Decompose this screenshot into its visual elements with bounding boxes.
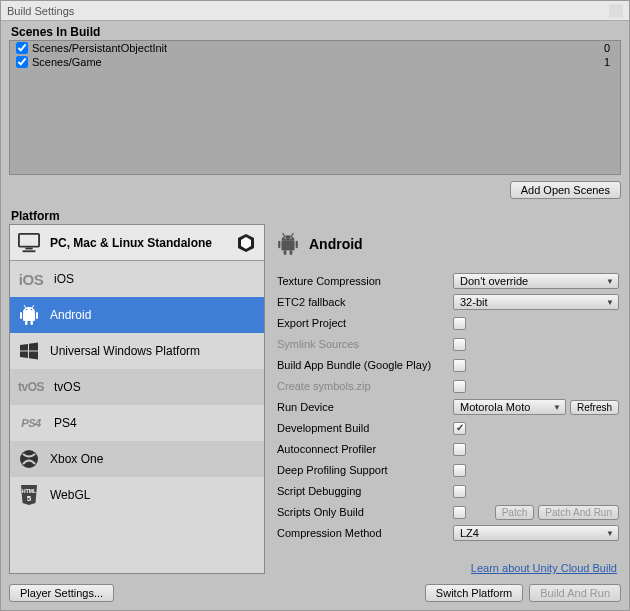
patch-and-run-button: Patch And Run <box>538 505 619 520</box>
platform-item-tvos[interactable]: tvOS tvOS <box>10 369 264 405</box>
scene-path: Scenes/PersistantObjectInit <box>32 42 604 54</box>
android-icon <box>277 232 299 256</box>
svg-line-28 <box>291 233 293 236</box>
platform-item-label: tvOS <box>54 380 256 394</box>
texture-compression-dropdown[interactable]: Don't override▼ <box>453 273 619 289</box>
symlink-sources-checkbox <box>453 338 466 351</box>
chevron-down-icon: ▼ <box>606 277 614 286</box>
titlebar: Build Settings <box>1 1 629 21</box>
create-symbols-label: Create symbols.zip <box>277 380 453 392</box>
svg-rect-9 <box>31 321 34 325</box>
scene-path: Scenes/Game <box>32 56 604 68</box>
build-app-bundle-label: Build App Bundle (Google Play) <box>277 359 453 371</box>
svg-line-11 <box>32 305 34 308</box>
run-device-dropdown[interactable]: Motorola Moto▼ <box>453 399 566 415</box>
scene-index: 0 <box>604 42 616 54</box>
export-project-checkbox[interactable] <box>453 317 466 330</box>
switch-platform-button[interactable]: Switch Platform <box>425 584 523 602</box>
svg-line-27 <box>283 233 285 236</box>
svg-rect-23 <box>278 241 280 249</box>
scene-checkbox[interactable] <box>16 56 28 68</box>
chevron-down-icon: ▼ <box>606 529 614 538</box>
player-settings-button[interactable]: Player Settings... <box>9 584 114 602</box>
svg-marker-16 <box>20 352 28 359</box>
chevron-down-icon: ▼ <box>606 298 614 307</box>
scripts-only-build-checkbox[interactable] <box>453 506 466 519</box>
platform-label: Platform <box>1 205 629 224</box>
platform-item-xboxone[interactable]: Xbox One <box>10 441 264 477</box>
window-title: Build Settings <box>7 5 74 17</box>
learn-cloud-build-link[interactable]: Learn about Unity Cloud Build <box>277 560 619 574</box>
ps4-icon: PS4 <box>18 417 44 429</box>
svg-rect-7 <box>36 312 38 319</box>
svg-text:5: 5 <box>27 494 32 503</box>
development-build-checkbox[interactable] <box>453 422 466 435</box>
texture-compression-label: Texture Compression <box>277 275 453 287</box>
etc2-fallback-label: ETC2 fallback <box>277 296 453 308</box>
svg-marker-15 <box>29 343 38 351</box>
platform-item-label: Android <box>50 308 256 322</box>
svg-rect-0 <box>19 233 39 246</box>
svg-rect-5 <box>23 312 35 321</box>
etc2-fallback-dropdown[interactable]: 32-bit▼ <box>453 294 619 310</box>
scene-checkbox[interactable] <box>16 42 28 54</box>
scene-index: 1 <box>604 56 616 68</box>
scene-row[interactable]: Scenes/Game 1 <box>10 55 620 69</box>
autoconnect-profiler-checkbox[interactable] <box>453 443 466 456</box>
build-settings-window: Build Settings Scenes In Build Scenes/Pe… <box>0 0 630 611</box>
svg-point-13 <box>31 309 33 311</box>
svg-point-18 <box>20 450 38 468</box>
platform-item-label: PC, Mac & Linux Standalone <box>50 236 226 250</box>
chevron-down-icon: ▼ <box>553 403 561 412</box>
svg-line-10 <box>24 305 26 308</box>
svg-marker-17 <box>29 352 38 360</box>
svg-marker-14 <box>20 344 28 351</box>
symlink-sources-label: Symlink Sources <box>277 338 453 350</box>
platform-list: PC, Mac & Linux Standalone iOS iOS Andro… <box>9 224 265 574</box>
html5-icon: HTML5 <box>18 484 40 506</box>
xbox-icon <box>18 448 40 470</box>
tvos-icon: tvOS <box>18 380 44 394</box>
svg-rect-25 <box>284 251 287 255</box>
refresh-button[interactable]: Refresh <box>570 400 619 415</box>
platform-item-label: iOS <box>54 272 256 286</box>
platform-item-standalone[interactable]: PC, Mac & Linux Standalone <box>10 225 264 261</box>
platform-item-uwp[interactable]: Universal Windows Platform <box>10 333 264 369</box>
platform-item-label: WebGL <box>50 488 256 502</box>
scripts-only-build-label: Scripts Only Build <box>277 506 453 518</box>
svg-rect-1 <box>25 247 32 249</box>
svg-rect-24 <box>296 241 298 249</box>
development-build-label: Development Build <box>277 422 453 434</box>
monitor-icon <box>18 232 40 254</box>
svg-rect-8 <box>25 321 28 325</box>
details-header: Android <box>309 236 363 252</box>
script-debugging-label: Script Debugging <box>277 485 453 497</box>
run-device-label: Run Device <box>277 401 453 413</box>
svg-rect-6 <box>20 312 22 319</box>
footer: Player Settings... Switch Platform Build… <box>1 578 629 610</box>
ios-icon: iOS <box>18 271 44 288</box>
build-app-bundle-checkbox[interactable] <box>453 359 466 372</box>
script-debugging-checkbox[interactable] <box>453 485 466 498</box>
deep-profiling-checkbox[interactable] <box>453 464 466 477</box>
export-project-label: Export Project <box>277 317 453 329</box>
scene-row[interactable]: Scenes/PersistantObjectInit 0 <box>10 41 620 55</box>
platform-item-ios[interactable]: iOS iOS <box>10 261 264 297</box>
platform-item-ps4[interactable]: PS4 PS4 <box>10 405 264 441</box>
platform-item-android[interactable]: Android <box>10 297 264 333</box>
svg-point-12 <box>26 309 28 311</box>
close-icon[interactable] <box>609 4 623 18</box>
windows-icon <box>18 340 40 362</box>
scenes-list: Scenes/PersistantObjectInit 0 Scenes/Gam… <box>9 40 621 175</box>
add-open-scenes-button[interactable]: Add Open Scenes <box>510 181 621 199</box>
platform-item-webgl[interactable]: HTML5 WebGL <box>10 477 264 513</box>
android-icon <box>18 304 40 326</box>
compression-method-dropdown[interactable]: LZ4▼ <box>453 525 619 541</box>
svg-rect-2 <box>23 250 36 252</box>
svg-rect-26 <box>290 251 293 255</box>
unity-icon <box>236 233 256 253</box>
svg-point-30 <box>290 237 292 239</box>
svg-point-29 <box>284 237 286 239</box>
patch-button: Patch <box>495 505 535 520</box>
create-symbols-checkbox <box>453 380 466 393</box>
